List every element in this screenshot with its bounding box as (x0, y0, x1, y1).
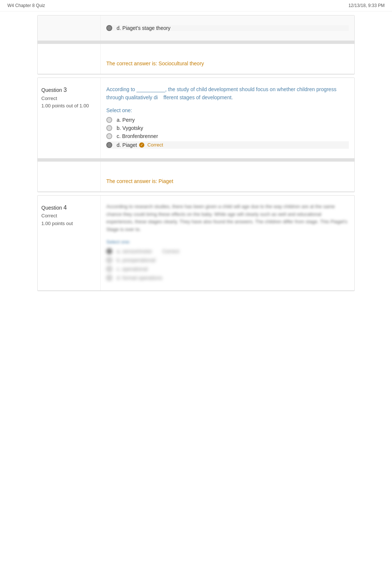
q4-option-d-text: d. formal operations (117, 275, 162, 281)
question3-status: Correct (41, 95, 95, 103)
radio-c (106, 133, 112, 139)
q3-feedback-meta (38, 162, 100, 192)
page-header: W4 Chapter 8 Quiz 12/13/18, 9:33 PM (0, 0, 392, 11)
q4-radio-a (106, 248, 112, 254)
previous-question-block: d. Piaget's stage theory (38, 15, 354, 41)
q4-option-a-text: a. sensorimotor Correct (117, 248, 179, 254)
q4-number: 4 (63, 204, 67, 211)
radio-a (106, 117, 112, 123)
grey-divider (38, 41, 354, 44)
question3-text: According to __________, the study of ch… (106, 85, 349, 102)
prev-feedback-meta (38, 44, 100, 74)
option-a[interactable]: a. Perry (106, 117, 349, 123)
question4-status: Correct (41, 212, 95, 220)
question3-points: 1.00 points out of 1.00 (41, 102, 95, 110)
question3-feedback-block: The correct answer is: Piaget (38, 162, 354, 192)
prev-correct-feedback: The correct answer is: Sociocultural the… (106, 57, 349, 66)
question3-label: Question 3 (41, 85, 95, 95)
datetime: 12/13/18, 9:33 PM (348, 3, 385, 8)
previous-question-meta (38, 15, 100, 41)
q3-correct-feedback: The correct answer is: Piaget (106, 175, 349, 184)
question3-meta: Question 3 Correct 1.00 points out of 1.… (38, 78, 100, 158)
q4-option-a[interactable]: a. sensorimotor Correct (106, 248, 349, 254)
q4-option-b-text: b. preoperational (117, 257, 155, 263)
q4-option-c[interactable]: c. operational (106, 266, 349, 272)
q4-radio-b (106, 257, 112, 263)
question3-block: Question 3 Correct 1.00 points out of 1.… (38, 78, 354, 159)
q3-label-text: Question (41, 87, 62, 93)
q4-option-d[interactable]: d. formal operations (106, 275, 349, 281)
quiz-container: d. Piaget's stage theory The correct ans… (30, 11, 362, 298)
option-a-text: a. Perry (117, 117, 135, 123)
question4-meta: Question 4 Correct 1.00 points out (38, 196, 100, 290)
radio-selected (106, 25, 112, 31)
option-c-text: c. Bronfenbrenner (117, 133, 158, 139)
quiz-title: W4 Chapter 8 Quiz (7, 3, 45, 8)
question4-text-blurred: According to research studies, there has… (106, 203, 349, 234)
q4-option-b[interactable]: b. preoperational (106, 257, 349, 263)
q3-feedback-content: The correct answer is: Piaget (100, 162, 354, 192)
previous-question-content: d. Piaget's stage theory (100, 15, 354, 41)
radio-d (106, 142, 112, 148)
option-b[interactable]: b. Vygotsky (106, 125, 349, 131)
previous-question-section: d. Piaget's stage theory The correct ans… (37, 15, 355, 75)
question4-block: Question 4 Correct 1.00 points out Accor… (38, 196, 354, 291)
correct-check-icon: ✓ (139, 142, 144, 148)
radio-b (106, 125, 112, 131)
q4-option-c-text: c. operational (117, 266, 148, 272)
option-b-text: b. Vygotsky (117, 125, 143, 131)
question4-section: Question 4 Correct 1.00 points out Accor… (37, 195, 355, 291)
question4-label: Question 4 (41, 203, 95, 213)
option-d[interactable]: d. Piaget ✓ Correct (106, 141, 349, 149)
option-d-text: d. Piaget (117, 142, 137, 148)
question4-points: 1.00 points out (41, 220, 95, 228)
q4-label-text: Question (41, 205, 62, 211)
q4-radio-c (106, 266, 112, 272)
option-c[interactable]: c. Bronfenbrenner (106, 133, 349, 139)
prev-feedback-content: The correct answer is: Sociocultural the… (100, 44, 354, 74)
q4-select-blurred: Select one: (106, 239, 349, 245)
q3-number: 3 (63, 87, 67, 93)
previous-feedback-block: The correct answer is: Sociocultural the… (38, 44, 354, 74)
q3-grey-divider (38, 159, 354, 162)
question3-section: Question 3 Correct 1.00 points out of 1.… (37, 77, 355, 192)
prev-answer-text: d. Piaget's stage theory (117, 25, 171, 31)
correct-marker: Correct (147, 142, 163, 148)
prev-selected-answer: d. Piaget's stage theory (106, 25, 349, 31)
question4-content: According to research studies, there has… (100, 196, 354, 290)
select-one-label: Select one: (106, 107, 349, 113)
q4-radio-d (106, 275, 112, 281)
question3-content: According to __________, the study of ch… (100, 78, 354, 158)
